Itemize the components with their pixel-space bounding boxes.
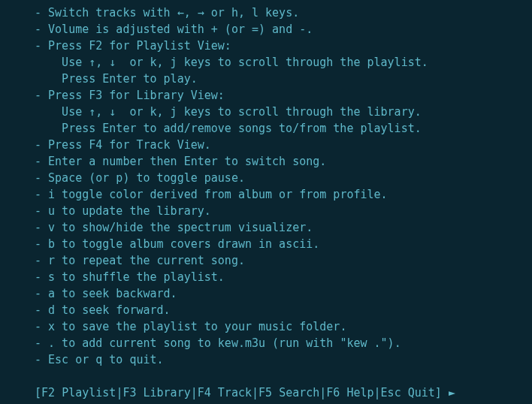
bullet: - (35, 23, 48, 36)
help-line-text: i toggle color derived from album or fro… (48, 188, 388, 201)
status-item-help[interactable]: F6 Help (326, 386, 373, 399)
help-line: - s to shuffle the playlist. (35, 269, 497, 285)
status-separator: | (252, 386, 258, 399)
help-line-text: Enter a number then Enter to switch song… (48, 155, 326, 168)
status-key: F4 (198, 386, 211, 399)
help-subline: Use ↑, ↓ or k, j keys to scroll through … (35, 104, 497, 120)
help-line: - Volume is adjusted with + (or =) and -… (35, 21, 497, 38)
help-line: - d to seek forward. (35, 302, 497, 318)
help-line: - Enter a number then Enter to switch so… (35, 153, 497, 170)
help-line-text: a to seek backward. (48, 287, 177, 300)
status-key: F5 (258, 386, 272, 399)
bullet: - (35, 89, 48, 102)
bullet: - (35, 287, 48, 300)
help-line: - r to repeat the current song. (35, 252, 497, 269)
help-line: - x to save the playlist to your music f… (35, 318, 497, 335)
status-item-playlist[interactable]: F2 Playlist (41, 386, 116, 399)
status-item-search[interactable]: F5 Search (258, 386, 319, 399)
bullet: - (35, 320, 48, 333)
bullet: - (35, 254, 48, 267)
help-line: - Press F3 for Library View: (35, 87, 497, 104)
help-line-text: Space (or p) to toggle pause. (48, 171, 245, 185)
status-label: Track (218, 386, 252, 399)
bullet: - (35, 237, 48, 251)
help-subline-text: Use ↑, ↓ or k, j keys to scroll through … (35, 56, 428, 69)
status-separator: | (191, 386, 198, 399)
status-separator: | (374, 386, 381, 399)
status-label: Library (144, 386, 191, 399)
help-subline: Press Enter to add/remove songs to/from … (35, 120, 497, 137)
bullet: - (35, 138, 48, 152)
status-label: Search (279, 386, 319, 399)
help-line: - a to seek backward. (35, 285, 497, 302)
terminal: - Switch tracks with ←, → or h, l keys.-… (0, 0, 532, 404)
bullet: - (35, 188, 48, 201)
help-line-text: Press F3 for Library View: (48, 89, 225, 102)
blank-line (35, 368, 497, 384)
help-line: - Press F4 for Track View. (35, 137, 497, 153)
help-subline-text: Press Enter to play. (35, 72, 198, 86)
help-line-text: Esc or q to quit. (48, 353, 164, 366)
help-line: - i toggle color derived from album or f… (35, 186, 497, 203)
bullet: - (35, 6, 48, 20)
help-line-text: Volume is adjusted with + (or =) and -. (48, 23, 313, 36)
help-line-text: Press F4 for Track View. (48, 138, 211, 152)
help-subline: Use ↑, ↓ or k, j keys to scroll through … (35, 54, 497, 71)
help-line: - Switch tracks with ←, → or h, l keys. (35, 5, 497, 21)
status-item-library[interactable]: F3 Library (122, 386, 190, 399)
status-open-bracket: [ (35, 386, 41, 399)
status-key: F2 (41, 386, 55, 399)
help-line-text: r to repeat the current song. (48, 254, 245, 267)
help-line-text: b to toggle album covers drawn in ascii. (48, 237, 319, 251)
help-line-text: v to show/hide the spectrum visualizer. (48, 221, 313, 234)
bullet: - (35, 336, 48, 350)
help-line-text: u to update the library. (48, 204, 211, 218)
bullet: - (35, 204, 48, 218)
bullet: - (35, 353, 48, 366)
help-line-text: . to add current song to kew.m3u (run wi… (48, 336, 401, 350)
help-subline-text: Use ↑, ↓ or k, j keys to scroll through … (35, 105, 422, 119)
help-line: - Space (or p) to toggle pause. (35, 170, 497, 186)
help-line: - v to show/hide the spectrum visualizer… (35, 219, 497, 236)
bullet: - (35, 171, 48, 185)
status-separator: | (319, 386, 326, 399)
status-label: Playlist (62, 386, 116, 399)
help-line: - b to toggle album covers drawn in asci… (35, 236, 497, 252)
help-line-text: x to save the playlist to your music fol… (48, 320, 346, 333)
help-subline-text: Press Enter to add/remove songs to/from … (35, 122, 422, 135)
help-text: - Switch tracks with ←, → or h, l keys.-… (35, 5, 497, 368)
help-line-text: Switch tracks with ←, → or h, l keys. (48, 6, 299, 20)
status-label: Help (346, 386, 373, 399)
status-key: F6 (326, 386, 340, 399)
bullet: - (35, 221, 48, 234)
bullet: - (35, 39, 48, 53)
status-close-bracket: ] (435, 386, 442, 399)
help-line: - u to update the library. (35, 203, 497, 219)
help-subline: Press Enter to play. (35, 71, 497, 87)
help-line-text: Press F2 for Playlist View: (48, 39, 231, 53)
help-line: - Press F2 for Playlist View: (35, 38, 497, 54)
status-bar: [F2 Playlist|F3 Library|F4 Track|F5 Sear… (35, 384, 497, 401)
status-key: F3 (122, 386, 136, 399)
help-line-text: s to shuffle the playlist. (48, 270, 225, 284)
help-line-text: d to seek forward. (48, 303, 171, 317)
bullet: - (35, 155, 48, 168)
status-key: Esc (381, 386, 401, 399)
status-item-quit[interactable]: Esc Quit (381, 386, 435, 399)
status-item-track[interactable]: F4 Track (198, 386, 252, 399)
status-label: Quit (408, 386, 435, 399)
help-line: - Esc or q to quit. (35, 351, 497, 368)
bullet: - (35, 303, 48, 317)
play-icon[interactable]: ► (442, 386, 455, 399)
bullet: - (35, 270, 48, 284)
help-line: - . to add current song to kew.m3u (run … (35, 335, 497, 351)
